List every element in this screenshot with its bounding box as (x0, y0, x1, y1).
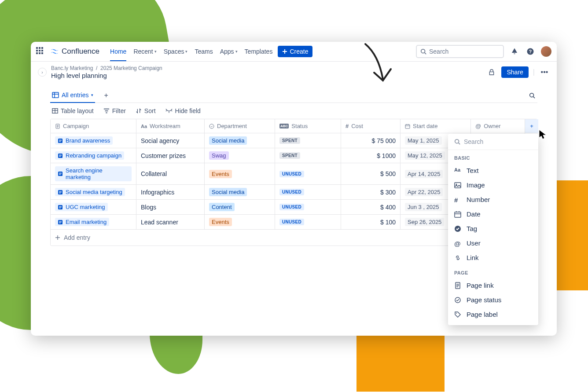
view-tabs: All entries ▾ + (50, 88, 537, 103)
add-field-dropdown: Search BASIC AaText Image #Number Date T… (448, 134, 538, 325)
field-date[interactable]: Date (448, 207, 538, 221)
nav-templates[interactable]: Templates (245, 43, 273, 61)
add-view-button[interactable]: + (102, 90, 110, 101)
col-department[interactable]: Department (205, 119, 275, 133)
field-user[interactable]: @User (448, 236, 538, 250)
user-avatar[interactable] (541, 46, 551, 57)
chevron-down-icon: ▾ (91, 93, 93, 97)
more-actions-icon[interactable]: ••• (539, 67, 550, 77)
logo-text: Confluence (62, 47, 99, 56)
field-link[interactable]: Link (448, 250, 538, 265)
nav-spaces[interactable]: Spaces▾ (164, 43, 188, 61)
top-nav: Confluence Home Recent▾ Spaces▾ Teams Ap… (31, 42, 557, 62)
search-input[interactable]: Search (416, 45, 504, 58)
svg-rect-3 (52, 92, 59, 98)
search-placeholder: Search (429, 48, 448, 55)
nav-recent[interactable]: Recent▾ (133, 43, 156, 61)
cell-cost: $ 100 (341, 215, 401, 229)
sort-button[interactable]: Sort (136, 107, 156, 114)
database-icon (52, 92, 59, 99)
table-icon (52, 108, 58, 114)
cell-campaign: Brand awareness (51, 133, 136, 148)
svg-point-15 (455, 139, 459, 143)
section-page: PAGE (448, 265, 538, 278)
create-button[interactable]: Create (278, 46, 312, 57)
table-header: Campaign AaWorkstream Department ABCStat… (51, 119, 537, 133)
search-icon (420, 48, 426, 55)
cell-cost: $ 1000 (341, 148, 401, 163)
cell-department: Social media (205, 133, 275, 148)
notifications-icon[interactable] (509, 46, 520, 57)
cell-campaign: Rebranding campaign (51, 148, 136, 163)
cell-workstream: Infographics (136, 185, 205, 199)
cell-campaign: UGC marketing (51, 200, 136, 214)
page-link[interactable]: Email marketing (55, 218, 109, 226)
svg-point-7 (209, 124, 214, 128)
hide-field-button[interactable]: Hide field (165, 107, 201, 114)
page-link[interactable]: UGC marketing (55, 203, 108, 211)
table-toolbar: Table layout Filter Sort Hide field (50, 103, 537, 119)
field-search-input[interactable]: Search (448, 134, 538, 150)
svg-rect-8 (405, 125, 410, 128)
sort-icon (136, 108, 142, 114)
decorative-shape (356, 334, 445, 392)
restrictions-icon[interactable] (486, 67, 497, 77)
add-column-button[interactable]: + (525, 119, 538, 133)
col-workstream[interactable]: AaWorkstream (136, 119, 205, 133)
search-icon (454, 139, 460, 145)
col-owner[interactable]: @Owner (471, 119, 525, 133)
field-text[interactable]: AaText (448, 163, 538, 178)
calendar-icon (405, 124, 410, 129)
col-cost[interactable]: #Cost (341, 119, 401, 133)
page-link[interactable]: Brand awareness (55, 136, 113, 145)
svg-rect-18 (455, 212, 461, 217)
expand-sidebar-button[interactable]: › (38, 68, 47, 77)
page-icon (55, 124, 60, 129)
app-switcher-icon[interactable] (36, 47, 45, 56)
nav-links: Home Recent▾ Spaces▾ Teams Apps▾ Templat… (110, 43, 272, 61)
cell-cost: $ 400 (341, 200, 401, 214)
field-tag[interactable]: Tag (448, 221, 538, 236)
label-icon (454, 311, 461, 318)
logo[interactable]: Confluence (50, 47, 99, 56)
field-page-status[interactable]: Page status (448, 293, 538, 307)
cell-workstream: Collateral (136, 163, 205, 184)
col-campaign[interactable]: Campaign (51, 119, 136, 133)
field-page-link[interactable]: Page link (448, 278, 538, 293)
cell-status: SPENT (275, 148, 341, 163)
field-number[interactable]: #Number (448, 192, 538, 207)
nav-teams[interactable]: Teams (195, 43, 213, 61)
col-start-date[interactable]: Start date (401, 119, 471, 133)
svg-text:?: ? (529, 49, 532, 54)
col-status[interactable]: ABCStatus (275, 119, 341, 133)
nav-home[interactable]: Home (110, 43, 126, 61)
table-search-icon[interactable] (527, 90, 537, 101)
nav-apps[interactable]: Apps▾ (220, 43, 238, 61)
cell-department: Swag (205, 148, 275, 163)
breadcrumb-parent[interactable]: 2025 Marketing Campaign (100, 65, 162, 71)
breadcrumb: Banc.ly Marketing / 2025 Marketing Campa… (51, 65, 162, 71)
page-link[interactable]: Search engine marketing (55, 166, 132, 181)
cell-status: UNUSED (275, 215, 341, 229)
status-icon (209, 124, 214, 129)
page-link[interactable]: Social media targeting (55, 188, 125, 196)
share-button[interactable]: Share (501, 66, 528, 78)
cell-cost: $ 500 (341, 163, 401, 184)
cell-workstream: Lead scanner (136, 215, 205, 229)
breadcrumb-space[interactable]: Banc.ly Marketing (51, 65, 93, 71)
plus-icon (282, 49, 287, 54)
cell-status: SPENT (275, 133, 341, 148)
svg-point-0 (421, 49, 425, 53)
cell-workstream: Social agency (136, 133, 205, 148)
page-icon (454, 282, 461, 289)
cell-status: UNUSED (275, 200, 341, 214)
data-table: Campaign AaWorkstream Department ABCStat… (50, 119, 537, 246)
help-icon[interactable]: ? (525, 46, 536, 57)
field-page-label[interactable]: Page label (448, 307, 538, 322)
field-image[interactable]: Image (448, 178, 538, 192)
filter-button[interactable]: Filter (103, 107, 126, 114)
table-layout-button[interactable]: Table layout (52, 107, 94, 114)
page-link[interactable]: Rebranding campaign (55, 151, 124, 160)
tag-icon (454, 225, 461, 232)
tab-all-entries[interactable]: All entries ▾ (50, 88, 95, 103)
